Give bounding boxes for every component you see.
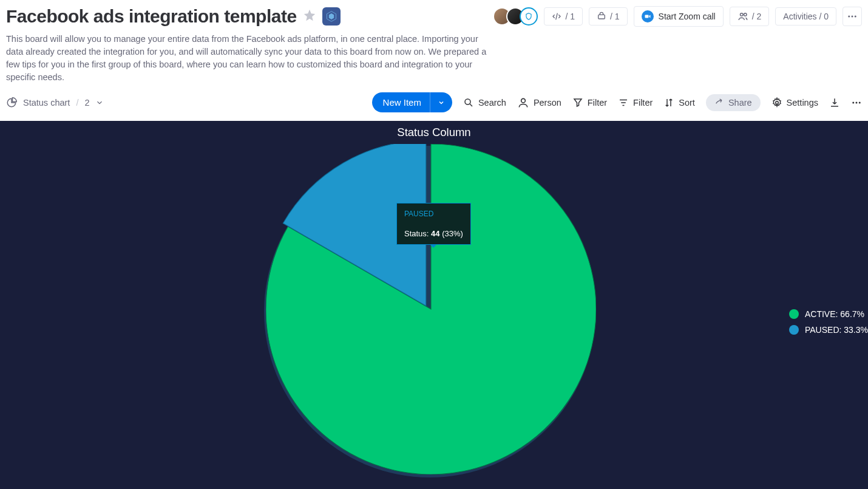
settings-button[interactable]: Settings bbox=[771, 97, 818, 108]
zoom-icon bbox=[642, 10, 654, 22]
sort-icon bbox=[663, 97, 674, 108]
activities-button[interactable]: Activities / 0 bbox=[775, 7, 836, 26]
integration-counter-2[interactable]: / 1 bbox=[589, 7, 628, 26]
sort-label: Sort bbox=[679, 98, 695, 108]
board-description: This board will allow you to manage your… bbox=[6, 33, 492, 84]
chevron-down-icon bbox=[95, 98, 104, 107]
chart-tooltip: PAUSED Status: 44 (33%) bbox=[396, 203, 471, 245]
share-label: Share bbox=[728, 98, 752, 108]
svg-rect-2 bbox=[598, 15, 605, 19]
activities-label: Activities / 0 bbox=[783, 12, 829, 21]
tooltip-label: PAUSED bbox=[404, 210, 463, 218]
legend-label: ACTIVE: 66.7% bbox=[805, 309, 864, 319]
more-menu-button[interactable] bbox=[843, 7, 862, 26]
more-icon bbox=[851, 97, 862, 108]
chevron-down-icon bbox=[438, 99, 445, 106]
legend-item-paused[interactable]: PAUSED: 33.3% bbox=[789, 325, 868, 335]
svg-point-12 bbox=[852, 101, 854, 103]
view-selector[interactable]: Status chart / 2 bbox=[6, 97, 104, 108]
star-icon[interactable] bbox=[303, 9, 316, 24]
view-sep: / bbox=[76, 98, 78, 108]
counter-label: / 1 bbox=[610, 12, 620, 21]
download-icon bbox=[829, 97, 840, 108]
sort-button[interactable]: Sort bbox=[663, 97, 695, 108]
tooltip-prefix: Status: bbox=[404, 229, 431, 238]
more-button[interactable] bbox=[851, 97, 862, 108]
tooltip-pct: (33%) bbox=[440, 229, 463, 238]
invite-button[interactable]: / 2 bbox=[730, 7, 770, 26]
chart-legend: ACTIVE: 66.7% PAUSED: 33.3% bbox=[789, 303, 868, 341]
svg-rect-3 bbox=[645, 15, 648, 18]
invite-label: / 2 bbox=[752, 12, 762, 21]
facebook-hex-icon bbox=[322, 7, 341, 26]
svg-point-10 bbox=[521, 98, 526, 103]
funnel-icon bbox=[572, 97, 583, 108]
view-count: 2 bbox=[84, 98, 89, 108]
filter-lines-icon bbox=[618, 97, 629, 108]
page-title: Facebook ads integration template bbox=[6, 6, 297, 27]
svg-point-7 bbox=[852, 16, 853, 18]
svg-point-9 bbox=[465, 99, 470, 104]
avatars[interactable] bbox=[493, 7, 538, 26]
svg-point-4 bbox=[740, 13, 743, 16]
search-button[interactable]: Search bbox=[463, 97, 506, 108]
svg-point-14 bbox=[859, 101, 861, 103]
legend-dot bbox=[789, 325, 799, 335]
filter-button-2[interactable]: Filter bbox=[618, 97, 653, 108]
start-zoom-button[interactable]: Start Zoom call bbox=[634, 6, 724, 27]
tooltip-stat: Status: 44 (33%) bbox=[404, 229, 463, 238]
legend-item-active[interactable]: ACTIVE: 66.7% bbox=[789, 309, 868, 319]
share-icon bbox=[714, 98, 724, 108]
zoom-label: Start Zoom call bbox=[659, 12, 716, 21]
filter-label-2: Filter bbox=[633, 98, 653, 108]
share-button[interactable]: Share bbox=[706, 94, 761, 111]
new-item-button[interactable]: New Item bbox=[372, 92, 452, 112]
svg-point-13 bbox=[856, 101, 858, 103]
person-button[interactable]: Person bbox=[517, 97, 561, 109]
filter-label: Filter bbox=[588, 98, 607, 108]
svg-point-11 bbox=[775, 101, 778, 104]
counter-label: / 1 bbox=[565, 12, 575, 21]
legend-dot bbox=[789, 309, 799, 319]
guest-shield-icon bbox=[520, 7, 538, 26]
svg-point-6 bbox=[848, 16, 850, 18]
svg-point-5 bbox=[744, 13, 747, 16]
view-name: Status chart bbox=[23, 98, 70, 108]
new-item-dropdown[interactable] bbox=[430, 92, 452, 112]
integration-counter-1[interactable]: / 1 bbox=[544, 7, 583, 26]
pie-chart-icon bbox=[6, 97, 17, 108]
chart-title: Status Column bbox=[0, 121, 868, 139]
filter-button[interactable]: Filter bbox=[572, 97, 607, 108]
new-item-label: New Item bbox=[372, 92, 430, 112]
svg-point-8 bbox=[855, 16, 856, 18]
gear-icon bbox=[771, 97, 782, 108]
search-label: Search bbox=[478, 98, 506, 108]
person-label: Person bbox=[534, 98, 561, 108]
search-icon bbox=[463, 97, 474, 108]
tooltip-value: 44 bbox=[431, 229, 439, 238]
legend-label: PAUSED: 33.3% bbox=[805, 325, 868, 335]
pie-chart[interactable] bbox=[266, 144, 596, 474]
chart-area: Status Column PAUSED Status: 44 (33%) AC… bbox=[0, 121, 868, 489]
download-button[interactable] bbox=[829, 97, 840, 108]
settings-label: Settings bbox=[787, 98, 818, 108]
pie-svg bbox=[266, 144, 596, 474]
person-icon bbox=[517, 97, 529, 109]
